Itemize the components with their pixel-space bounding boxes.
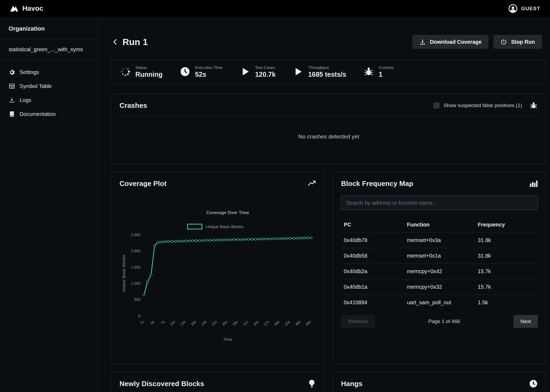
svg-text:37s: 37s [263, 320, 270, 327]
svg-text:28s: 28s [232, 320, 239, 327]
cell-pc: 0x40db78 [344, 237, 407, 243]
sidebar-item-label: Symbol Table [20, 83, 52, 89]
svg-text:34s: 34s [252, 320, 259, 327]
organization-label: Organization [0, 17, 98, 39]
sidebar-item-logs[interactable]: Logs [0, 93, 98, 107]
stat-value: 52s [195, 71, 223, 78]
search-input[interactable] [341, 196, 538, 210]
svg-text:0: 0 [138, 314, 140, 318]
block-frequency-title: Block Frequency Map [341, 179, 413, 188]
false-positives-checkbox[interactable] [433, 102, 439, 108]
panels-row: Coverage Plot Coverage Over TimeUnique B… [111, 172, 546, 364]
stat-execution-time: Execution Time 52s [180, 65, 223, 78]
cell-function: uart_sam_poll_out [407, 299, 478, 306]
stat-label: Status [135, 65, 162, 70]
user-menu[interactable]: GUEST [508, 3, 540, 14]
crashes-title: Crashes [120, 101, 147, 110]
hangs-card: Hangs [333, 372, 546, 392]
download-coverage-label: Download Coverage [430, 39, 482, 45]
next-page-button[interactable]: Next [513, 315, 538, 328]
shell: Organization statistical_green_..._with_… [0, 17, 550, 392]
sidebar-item-label: Logs [20, 97, 31, 103]
cell-function: memset+0x1a [407, 253, 478, 259]
stop-run-button[interactable]: Stop Run [493, 35, 542, 49]
cell-frequency: 31.8k [478, 237, 535, 243]
false-positives-label[interactable]: Show suspected false positives (1) [443, 102, 522, 108]
coverage-plot-card: Coverage Plot Coverage Over TimeUnique B… [111, 172, 325, 364]
play-icon [240, 66, 251, 77]
main-content: Run 1 Download Coverage Stop Run [98, 17, 550, 392]
svg-text:40s: 40s [273, 320, 280, 327]
user-avatar-icon [508, 3, 518, 14]
newly-discovered-blocks-card: Newly Discovered Blocks [111, 372, 325, 392]
table-row: 0x410894 uart_sam_poll_out 1.5k [341, 295, 538, 310]
brand-name: Havoc [22, 4, 43, 13]
svg-text:2,000: 2,000 [131, 249, 140, 253]
cell-frequency: 1.5k [478, 299, 535, 306]
table-row: 0x40db1a memcpy+0x32 15.7k [341, 279, 538, 295]
sidebar-item-settings[interactable]: Settings [0, 65, 98, 79]
svg-text:Time: Time [223, 337, 232, 342]
cell-pc: 0x410894 [344, 299, 407, 306]
power-icon [500, 39, 507, 45]
cell-pc: 0x40db1a [344, 284, 407, 290]
crashes-empty-message: No crashes detected yet [120, 116, 538, 157]
svg-text:Unique Basic Blocks: Unique Basic Blocks [121, 255, 126, 292]
download-icon [419, 39, 426, 45]
stop-run-label: Stop Run [511, 39, 535, 45]
stat-value: 120.7k [255, 71, 276, 78]
project-name[interactable]: statistical_green_..._with_syms [0, 39, 98, 60]
lightbulb-icon [307, 379, 316, 388]
table-row: 0x40db58 memset+0x1a 31.8k [341, 248, 538, 263]
stat-label: Crashes [379, 65, 394, 70]
svg-text:4s: 4s [150, 320, 155, 325]
play-icon [293, 66, 303, 77]
brand[interactable]: Havoc [10, 4, 43, 13]
column-header-pc: PC [344, 222, 407, 228]
table-icon [9, 83, 15, 89]
svg-text:22s: 22s [211, 320, 218, 327]
svg-text:13s: 13s [179, 320, 186, 327]
crashes-card: Crashes Show suspected false positives (… [111, 94, 546, 164]
bug-icon [529, 101, 538, 110]
sidebar-item-symbol-table[interactable]: Symbol Table [0, 79, 98, 93]
svg-text:1,500: 1,500 [131, 265, 140, 269]
stat-label: Test Cases [255, 65, 276, 70]
stat-value: Running [135, 71, 162, 78]
sidebar-item-documentation[interactable]: Documentation [0, 107, 98, 121]
newly-discovered-title: Newly Discovered Blocks [120, 380, 204, 388]
svg-text:2,500: 2,500 [131, 233, 140, 237]
page-title: Run 1 [122, 37, 148, 47]
coverage-chart: Coverage Over TimeUnique Basic Blocks050… [120, 190, 316, 346]
svg-text:Coverage Over Time: Coverage Over Time [206, 210, 249, 215]
havoc-logo-icon [10, 5, 19, 12]
table-row: 0x40db78 memset+0x3a 31.8k [341, 232, 538, 248]
back-button[interactable] [111, 38, 119, 46]
previous-page-button[interactable]: Previous [341, 315, 375, 328]
svg-text:16s: 16s [190, 320, 197, 327]
stat-crashes: Crashes 1 [363, 65, 394, 78]
download-coverage-button[interactable]: Download Coverage [412, 35, 489, 49]
svg-text:1s: 1s [139, 320, 145, 325]
svg-text:1,000: 1,000 [131, 281, 140, 285]
clock-icon [529, 379, 538, 388]
stat-throughput: Throughput 1685 tests/s [293, 65, 346, 78]
bottom-panels-row: Newly Discovered Blocks Hangs [111, 372, 546, 392]
cell-pc: 0x40db58 [344, 253, 407, 259]
hangs-title: Hangs [341, 380, 362, 388]
coverage-plot-title: Coverage Plot [120, 179, 167, 188]
gear-icon [9, 69, 15, 75]
stat-label: Throughput [308, 65, 346, 70]
cell-frequency: 15.7k [478, 284, 535, 290]
cell-frequency: 15.7k [478, 268, 535, 274]
column-header-function: Function [407, 222, 478, 228]
table-row: 0x40db2a memcpy+0x42 15.7k [341, 263, 538, 279]
clock-icon [180, 66, 190, 77]
sidebar-item-label: Documentation [20, 111, 56, 117]
svg-text:Unique Basic Blocks: Unique Basic Blocks [206, 224, 244, 229]
bar-chart-icon [529, 179, 538, 188]
svg-text:46s: 46s [294, 320, 301, 327]
stat-label: Execution Time [195, 65, 223, 70]
page-indicator: Page 1 of 466 [428, 318, 460, 324]
sidebar-item-label: Settings [20, 69, 39, 75]
